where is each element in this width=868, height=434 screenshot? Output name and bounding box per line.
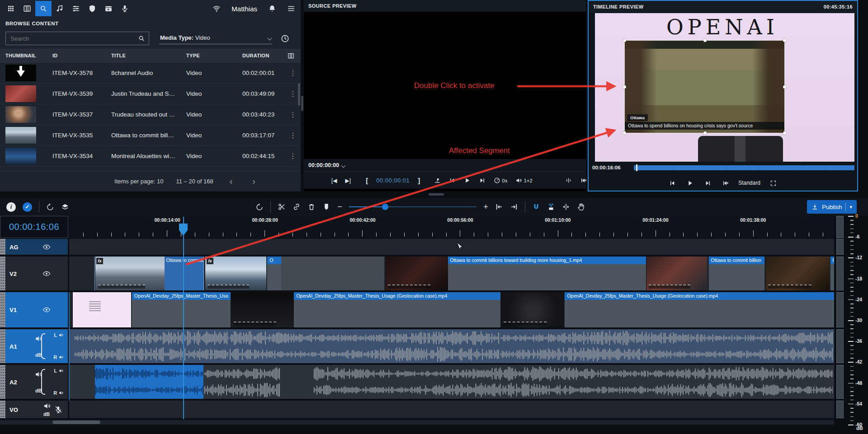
clip-thumbnail[interactable]: [231, 292, 294, 327]
next-frame-button[interactable]: [475, 177, 490, 184]
row-menu-button[interactable]: ⋮: [287, 131, 299, 140]
track-drag-handle[interactable]: [0, 239, 5, 255]
pip-video[interactable]: Ottawa Ottawa to spend billions on housi…: [624, 40, 785, 133]
channel-r[interactable]: R: [53, 355, 64, 360]
audio-clip[interactable]: [230, 329, 499, 363]
splitter-grip[interactable]: [429, 193, 444, 196]
row-menu-button[interactable]: ⋮: [287, 69, 299, 77]
goto-out-button[interactable]: ▶]: [341, 177, 355, 184]
search-icon[interactable]: [138, 35, 145, 42]
db-label[interactable]: dB: [43, 411, 50, 417]
scrub-playhead[interactable]: [636, 164, 637, 171]
track-header-v2[interactable]: V2: [0, 257, 68, 290]
notifications-button[interactable]: [268, 5, 276, 13]
clip-thumbnail[interactable]: [500, 292, 564, 327]
table-row[interactable]: ITEM-VX-3537Trudeau shouted out …Video00…: [0, 104, 301, 125]
goto-in-button[interactable]: [◀: [327, 177, 341, 184]
scale-block[interactable]: [836, 239, 844, 255]
column-id[interactable]: ID: [47, 53, 106, 58]
pip-handle[interactable]: [703, 39, 707, 42]
user-name[interactable]: Matthias: [231, 5, 257, 13]
prev-page-button[interactable]: ‹: [226, 176, 236, 187]
skip-start-button[interactable]: [665, 180, 680, 187]
playhead-line[interactable]: [183, 217, 184, 419]
track-header-ag[interactable]: AG: [0, 239, 68, 255]
main-menu-button[interactable]: [287, 5, 295, 13]
row-menu-button[interactable]: ⋮: [287, 90, 299, 98]
prev-frame-button[interactable]: [445, 177, 460, 184]
scale-block[interactable]: [836, 292, 844, 327]
timeline-clip[interactable]: OpenAI_Devday_25fps_Master_Thesis_Usage …: [565, 292, 834, 327]
channel-l[interactable]: L: [54, 332, 64, 338]
clip-thumbnail[interactable]: [646, 257, 707, 290]
audio-clip-selected[interactable]: [95, 365, 203, 399]
quality-selector[interactable]: Standard: [738, 180, 760, 186]
column-type[interactable]: TYPE: [181, 53, 237, 58]
timeline-clip[interactable]: O: [267, 257, 281, 290]
timeline-hscrollbar[interactable]: [0, 420, 834, 425]
channel-l[interactable]: L: [54, 368, 64, 373]
admin-button[interactable]: [84, 1, 100, 16]
apps-grid-button[interactable]: [3, 1, 19, 16]
pip-handle[interactable]: [623, 131, 626, 135]
column-thumbnail[interactable]: THUMBNAIL: [0, 53, 47, 58]
track-header-a2[interactable]: A2dBLR: [0, 365, 68, 399]
clear-marks-button[interactable]: [718, 180, 733, 187]
play-button[interactable]: [460, 177, 475, 184]
audio-clip[interactable]: [314, 365, 646, 399]
speed-button[interactable]: 0x: [490, 177, 511, 184]
horizontal-splitter[interactable]: [0, 191, 868, 198]
timeline-clip[interactable]: Ottawa to commit billion: [709, 257, 765, 290]
timeline-clip-selected[interactable]: Ottawa to commitfx: [95, 257, 203, 290]
pip-handle[interactable]: [783, 131, 786, 135]
row-menu-button[interactable]: ⋮: [287, 152, 299, 160]
settings-sliders-button[interactable]: [68, 1, 84, 16]
skip-end-button[interactable]: [700, 180, 715, 187]
mark-out-button[interactable]: ]: [414, 177, 424, 184]
mark-timecode[interactable]: 00:00:00:01: [372, 177, 414, 184]
table-row[interactable]: ITEM-VX-3535Ottawa to commit bill…Video0…: [0, 125, 301, 146]
scale-block[interactable]: [836, 329, 844, 363]
channel-r[interactable]: R: [53, 390, 64, 396]
audio-tools-button[interactable]: [52, 1, 68, 16]
source-timecode[interactable]: 00:00:00:00: [308, 162, 339, 168]
source-video-area[interactable]: [304, 12, 586, 159]
scale-block[interactable]: [836, 401, 844, 418]
mark-in-button[interactable]: [: [362, 177, 372, 184]
export-button[interactable]: [100, 1, 117, 16]
panels-button[interactable]: [19, 1, 35, 16]
audio-clip[interactable]: [75, 329, 228, 363]
track-drag-handle[interactable]: [0, 401, 5, 418]
track-header-v1[interactable]: V1: [0, 292, 68, 327]
clip-thumbnail[interactable]: [765, 257, 830, 290]
cue-button[interactable]: [430, 177, 445, 184]
column-title[interactable]: TITLE: [106, 53, 181, 58]
column-settings-button[interactable]: [288, 52, 300, 59]
next-page-button[interactable]: ›: [249, 176, 259, 187]
play-button[interactable]: [683, 180, 698, 187]
scale-block[interactable]: [836, 257, 844, 290]
items-per-page[interactable]: Items per page: 10: [114, 178, 163, 185]
timeline-clip[interactable]: Ottawa to commit billions toward buildin…: [448, 257, 646, 290]
clip-thumbnail[interactable]: fx: [205, 257, 266, 290]
scale-block[interactable]: [836, 216, 844, 238]
fullscreen-button[interactable]: [766, 180, 781, 187]
track-drag-handle[interactable]: [0, 257, 5, 290]
pip-handle[interactable]: [783, 85, 786, 89]
preview-scrub-bar[interactable]: [634, 165, 854, 170]
pip-handle[interactable]: [623, 85, 626, 89]
mic-muted-icon[interactable]: [54, 406, 62, 414]
pip-handle[interactable]: [703, 131, 707, 135]
voiceover-button[interactable]: [117, 1, 133, 16]
clip-thumbnail[interactable]: [72, 292, 131, 327]
track-drag-handle[interactable]: [0, 292, 5, 327]
track-drag-handle[interactable]: [0, 365, 5, 399]
table-scrollbar[interactable]: [298, 83, 300, 106]
search-tab-button[interactable]: [35, 1, 52, 16]
timeline-clip[interactable]: O: [830, 257, 834, 290]
column-duration[interactable]: DURATION: [237, 53, 287, 58]
track-drag-handle[interactable]: [0, 329, 5, 363]
track-header-a1[interactable]: A1dBLR: [0, 329, 68, 363]
track-header-vo[interactable]: VOdB: [0, 401, 68, 418]
panel-splitter-handle[interactable]: [301, 96, 303, 111]
